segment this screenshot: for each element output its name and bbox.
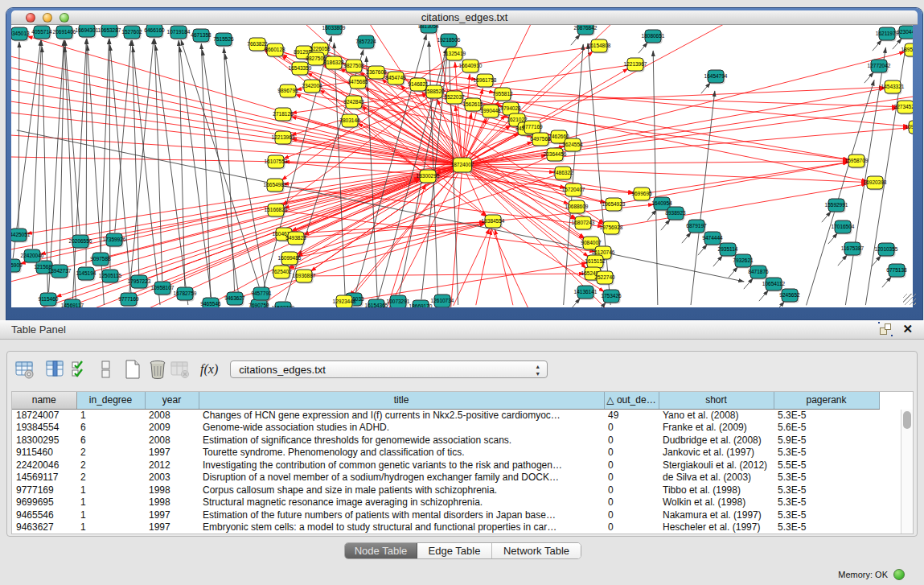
table-scrollbar-thumb[interactable]	[903, 411, 911, 429]
svg-text:9242843: 9242843	[343, 99, 364, 105]
svg-text:16694301: 16694301	[76, 27, 99, 33]
tab-node-table[interactable]: Node Table	[345, 543, 417, 558]
svg-text:9115460: 9115460	[39, 296, 59, 302]
svg-text:8938923: 8938923	[665, 210, 686, 216]
close-panel-icon[interactable]: ✕	[902, 323, 913, 335]
svg-text:11583799: 11583799	[272, 305, 295, 307]
column-header-out_de[interactable]: △ out_de…	[604, 392, 659, 409]
table-scrollbar[interactable]	[901, 410, 913, 534]
column-header-year[interactable]: year	[145, 392, 199, 409]
svg-text:6466160: 6466160	[144, 27, 165, 33]
svg-text:15592991: 15592991	[825, 202, 848, 208]
svg-text:16211979: 16211979	[876, 31, 899, 36]
svg-text:17957223: 17957223	[128, 278, 151, 284]
svg-text:1562615: 1562615	[462, 101, 483, 107]
column-chooser-icon[interactable]	[45, 359, 66, 380]
table-row[interactable]: 1938455462009Genome-wide association stu…	[12, 422, 879, 435]
table-row[interactable]: 969969511998Structural magnetic resonanc…	[12, 496, 879, 509]
svg-text:8522037: 8522037	[444, 94, 465, 100]
column-header-title[interactable]: title	[199, 392, 604, 409]
svg-text:20206556: 20206556	[69, 238, 92, 244]
network-window-titlebar[interactable]: citations_edges.txt	[11, 10, 918, 25]
svg-text:16120746: 16120746	[592, 249, 615, 255]
svg-text:16154365: 16154365	[365, 303, 388, 307]
table-row[interactable]: 1830029562008Estimation of significance …	[12, 434, 879, 447]
window-title: citations_edges.txt	[11, 11, 918, 23]
tab-network-table[interactable]: Network Table	[492, 543, 581, 558]
svg-text:18669170: 18669170	[409, 303, 433, 307]
network-canvas[interactable]: 9345013405571420691406166943011065328715…	[11, 25, 913, 307]
svg-text:20876842: 20876842	[574, 25, 598, 31]
svg-text:8186328: 8186328	[323, 60, 344, 65]
svg-text:12923448: 12923448	[333, 299, 356, 304]
svg-text:16454794: 16454794	[704, 73, 728, 79]
svg-text:1621022: 1621022	[507, 117, 528, 122]
status-bar: Memory: OK	[838, 564, 924, 585]
svg-text:3624554: 3624554	[562, 142, 583, 147]
svg-text:22420046: 22420046	[21, 253, 44, 258]
svg-text:14425051: 14425051	[11, 232, 31, 237]
import-table-icon[interactable]	[170, 359, 191, 380]
table-row[interactable]: 1456911722003Disruption of a novel membe…	[12, 472, 879, 484]
table-row[interactable]: 946362711997Embryonic stem cells: a mode…	[12, 521, 879, 534]
float-panel-icon[interactable]	[880, 323, 891, 335]
svg-text:16033809: 16033809	[322, 25, 346, 31]
column-header-short[interactable]: short	[659, 392, 774, 409]
table-settings-icon[interactable]	[14, 359, 35, 380]
svg-text:15166823: 15166823	[265, 207, 288, 212]
memory-ok-icon	[893, 569, 905, 580]
svg-text:18080651: 18080651	[642, 33, 665, 39]
svg-text:17359926: 17359926	[103, 237, 126, 242]
svg-text:9230441: 9230441	[897, 29, 913, 35]
row-select-icon[interactable]	[70, 359, 89, 380]
svg-text:15958709: 15958709	[845, 158, 869, 163]
svg-text:4671358: 4671358	[191, 32, 211, 38]
svg-text:14543321: 14543321	[881, 84, 905, 89]
function-builder-icon[interactable]: f(x)	[200, 362, 218, 377]
column-header-pagerank[interactable]: pagerank	[774, 392, 879, 409]
resize-grip[interactable]	[903, 294, 916, 305]
svg-text:9474444: 9474444	[702, 235, 723, 241]
svg-text:1588520: 1588520	[424, 89, 445, 94]
merge-cells-icon[interactable]	[101, 360, 111, 379]
minimize-window-button[interactable]	[43, 13, 52, 23]
svg-text:16920398: 16920398	[864, 179, 887, 185]
svg-text:2522740: 2522740	[594, 274, 615, 280]
close-window-button[interactable]	[26, 13, 35, 23]
svg-text:18957096: 18957096	[901, 47, 913, 52]
svg-text:16654983: 16654983	[264, 182, 287, 187]
table-row[interactable]: 911546021997Tourette syndrome. Phenomeno…	[12, 447, 879, 459]
svg-text:9794028: 9794028	[500, 105, 521, 111]
svg-text:18300295: 18300295	[417, 173, 440, 179]
table-row[interactable]: 2242004622012Investigating the contribut…	[12, 459, 879, 472]
network-window: citations_edges.txt 93450134055714206914…	[6, 8, 922, 319]
svg-text:18724007: 18724007	[451, 162, 474, 167]
svg-text:19756928: 19756928	[600, 225, 623, 230]
svg-text:16782759: 16782759	[174, 290, 197, 296]
svg-text:2342004: 2342004	[302, 83, 322, 89]
svg-text:7663822: 7663822	[247, 41, 268, 47]
svg-text:9084007: 9084007	[581, 240, 602, 245]
svg-text:16961758: 16961758	[474, 77, 497, 83]
delete-rows-icon[interactable]	[147, 359, 168, 380]
table-row[interactable]: 946554611997Estimation of the future num…	[12, 509, 879, 521]
table-selector-dropdown[interactable]: citations_edges.txt ▲▼	[230, 360, 548, 378]
svg-text:4055714: 4055714	[31, 29, 52, 35]
svg-text:14569117: 14569117	[61, 303, 84, 307]
svg-text:10073291: 10073291	[387, 299, 410, 304]
svg-text:9146821: 9146821	[408, 81, 429, 87]
tab-edge-table[interactable]: Edge Table	[417, 543, 492, 558]
svg-text:7486322: 7486322	[552, 170, 573, 175]
column-header-in_degree[interactable]: in_degree	[76, 392, 145, 409]
new-table-icon[interactable]	[123, 359, 142, 380]
table-row[interactable]: 977716911998Corpus callosum shape and si…	[12, 484, 879, 496]
svg-text:6497568: 6497568	[530, 136, 551, 142]
table-panel-header: Table Panel ✕	[0, 320, 924, 340]
table-row[interactable]: 1872400712008Changes of HCN gene express…	[12, 409, 879, 422]
svg-text:2718126: 2718126	[273, 111, 294, 117]
svg-text:9457791: 9457791	[251, 290, 272, 296]
zoom-window-button[interactable]	[60, 13, 69, 23]
svg-text:2367608: 2367608	[366, 69, 387, 75]
table-toolbar: f(x) citations_edges.txt ▲▼	[14, 355, 548, 384]
column-header-name[interactable]: name	[12, 392, 76, 409]
